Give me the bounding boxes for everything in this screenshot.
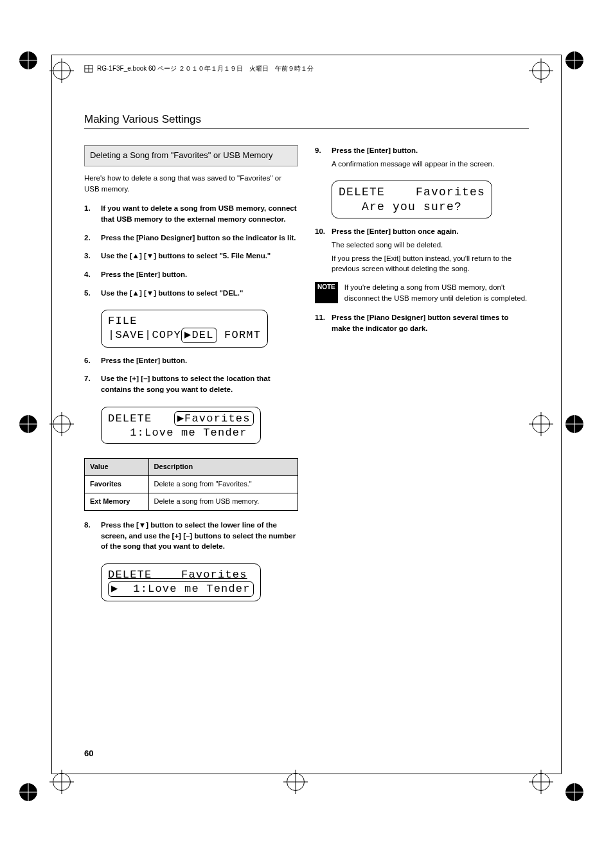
section-intro: Here's how to delete a song that was sav… — [84, 173, 298, 194]
step-text: If you want to delete a song from USB me… — [101, 204, 297, 223]
step-item: If you want to delete a song from USB me… — [84, 203, 298, 224]
steps-list: Press the [Enter] button. A confirmation… — [315, 145, 529, 169]
steps-list: Press the [▼] button to select the lower… — [84, 520, 298, 552]
table-header: Description — [148, 459, 298, 476]
chapter-rule — [84, 128, 529, 129]
step-item: Press the [Piano Designer] button severa… — [315, 312, 529, 333]
running-header: RG-1F3F_e.book 60 ページ ２０１０年１月１９日 火曜日 午前９… — [84, 64, 529, 73]
step-text: Press the [Piano Designer] button severa… — [332, 314, 508, 332]
lcd-display: DELETE Favorites ▶ 1:Love me Tender — [101, 563, 261, 601]
step-body: A confirmation message will appear in th… — [332, 159, 529, 170]
page-number: 60 — [84, 748, 93, 758]
step-item: Press the [Enter] button once again. The… — [315, 226, 529, 274]
steps-list: If you want to delete a song from USB me… — [84, 203, 298, 298]
step-text: Press the [Piano Designer] button so the… — [101, 234, 296, 242]
step-item: Press the [Enter] button. — [84, 269, 298, 280]
lcd-selected: ▶DEL — [181, 328, 217, 342]
steps-list: Press the [Piano Designer] button severa… — [315, 312, 529, 333]
step-text: Press the [Enter] button. — [101, 270, 187, 278]
lcd-line: 1:Love me Tender — [108, 427, 247, 439]
step-text: Press the [Enter] button once again. — [332, 227, 458, 235]
lcd-line: DELETE Favorites — [108, 569, 247, 581]
table-row: Ext Memory Delete a song from USB memory… — [85, 493, 298, 511]
section-heading: Deleting a Song from "Favorites" or USB … — [84, 145, 298, 166]
printer-mark-icon — [15, 48, 41, 73]
step-body: If you press the [Exit] button instead, … — [332, 253, 529, 274]
step-item: Use the [+] [–] buttons to select the lo… — [84, 373, 298, 394]
table-cell: Delete a song from "Favorites." — [148, 476, 298, 493]
printer-mark-icon — [15, 411, 41, 437]
lcd-line: |SAVE|COPY — [108, 329, 181, 341]
step-item: Press the [Enter] button. A confirmation… — [315, 145, 529, 169]
note-label: NOTE — [315, 282, 338, 303]
steps-list: Press the [Enter] button once again. The… — [315, 226, 529, 274]
table-row: Favorites Delete a song from "Favorites.… — [85, 476, 298, 493]
printer-mark-icon — [562, 411, 587, 437]
printer-mark-icon — [562, 779, 587, 805]
step-text: Use the [+] [–] buttons to select the lo… — [101, 375, 271, 393]
step-text: Use the [▲] [▼] buttons to select "DEL." — [101, 289, 244, 297]
book-icon — [84, 64, 93, 73]
lcd-line: DELETE — [108, 412, 174, 425]
left-column: Deleting a Song from "Favorites" or USB … — [84, 145, 298, 609]
printer-mark-icon — [15, 779, 41, 805]
lcd-display: DELETE Favorites Are you sure? — [332, 181, 492, 218]
page-frame: RG-1F3F_e.book 60 ページ ２０１０年１月１９日 火曜日 午前９… — [51, 55, 562, 774]
lcd-display: FILE |SAVE|COPY▶DEL FORMT — [101, 310, 268, 348]
step-item: Use the [▲] [▼] buttons to select "5. Fi… — [84, 251, 298, 261]
lcd-line: FORMT — [217, 329, 261, 341]
chapter-title: Making Various Settings — [84, 113, 201, 126]
lcd-line: FILE — [108, 315, 138, 327]
values-table: Value Description Favorites Delete a son… — [84, 458, 298, 511]
header-text: RG-1F3F_e.book 60 ページ ２０１０年１月１９日 火曜日 午前９… — [97, 64, 314, 73]
note-block: NOTE If you're deleting a song from USB … — [315, 282, 529, 303]
lcd-display: DELETE ▶Favorites 1:Love me Tender — [101, 407, 261, 445]
step-item: Use the [▲] [▼] buttons to select "DEL." — [84, 288, 298, 299]
step-item: Press the [Piano Designer] button so the… — [84, 233, 298, 244]
table-cell: Delete a song from USB memory. — [148, 493, 298, 511]
step-text: Press the [Enter] button. — [332, 146, 418, 154]
table-cell: Ext Memory — [85, 493, 149, 511]
step-body: The selected song will be deleted. — [332, 240, 529, 251]
step-text: Press the [Enter] button. — [101, 357, 187, 364]
note-text: If you're deleting a song from USB memor… — [341, 282, 529, 303]
step-text: Press the [▼] button to select the lower… — [101, 521, 296, 550]
step-item: Press the [▼] button to select the lower… — [84, 520, 298, 552]
right-column: Press the [Enter] button. A confirmation… — [315, 145, 529, 609]
table-header: Value — [85, 459, 149, 476]
steps-list: Press the [Enter] button. Use the [+] [–… — [84, 355, 298, 395]
lcd-line: Are you sure? — [339, 200, 462, 213]
lcd-selected: ▶ 1:Love me Tender — [108, 581, 254, 596]
step-text: Use the [▲] [▼] buttons to select "5. Fi… — [101, 252, 271, 260]
table-cell: Favorites — [85, 476, 149, 493]
lcd-line: DELETE Favorites — [339, 186, 485, 199]
lcd-selected: ▶Favorites — [174, 411, 254, 426]
printer-mark-icon — [562, 48, 587, 73]
step-item: Press the [Enter] button. — [84, 355, 298, 366]
table-header-row: Value Description — [85, 459, 298, 476]
